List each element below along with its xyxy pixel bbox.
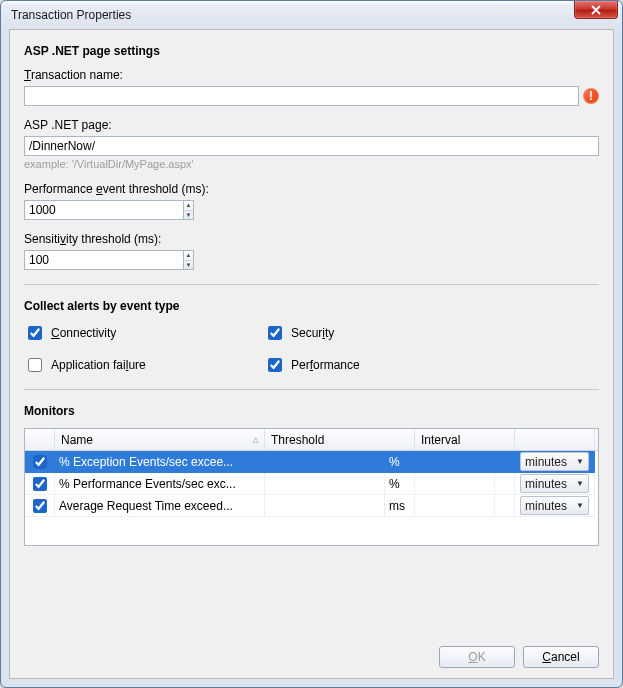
ok-button[interactable]: OK [439,646,515,668]
row-checkbox[interactable] [33,455,47,469]
divider [24,389,599,390]
close-button[interactable] [574,1,618,19]
monitors-header: Name△ Threshold Interval [25,429,598,451]
threshold-input[interactable] [265,499,385,513]
col-interval-unit[interactable] [515,429,595,450]
row-interval-unit-cell[interactable]: minutes▼ [515,495,595,517]
spin-buttons[interactable]: ▲▼ [184,250,194,270]
row-threshold[interactable]: ▲▼ [265,451,385,473]
spin-down-icon[interactable]: ▼ [184,261,193,270]
row-checkbox[interactable] [33,477,47,491]
window-title: Transaction Properties [11,8,131,22]
spacer [495,473,515,495]
row-check-cell[interactable] [25,473,55,495]
alert-checkbox-grid: Connectivity Security Application failur… [24,323,599,375]
spacer [495,495,515,517]
table-row[interactable]: % Exception Events/sec excee...▲▼%▲▼minu… [25,451,598,473]
section-settings-heading: ASP .NET page settings [24,44,599,58]
row-check-cell[interactable] [25,495,55,517]
connectivity-checkbox-input[interactable] [28,326,42,340]
row-name: % Performance Events/sec exc... [55,473,265,495]
close-icon [591,5,601,15]
interval-unit-select[interactable]: minutes▼ [520,474,589,493]
section-monitors-heading: Monitors [24,404,599,418]
chevron-down-icon: ▼ [576,457,584,466]
row-threshold-unit: % [385,473,415,495]
transaction-name-input[interactable] [24,86,579,106]
row-check-cell[interactable] [25,451,55,473]
monitors-table: Name△ Threshold Interval % Exception Eve… [24,428,599,546]
chevron-down-icon: ▼ [576,501,584,510]
row-interval[interactable]: ▲▼ [415,495,495,517]
row-interval[interactable]: ▲▼ [415,473,495,495]
client-area: ASP .NET page settings Transaction name:… [9,29,614,679]
divider [24,284,599,285]
interval-input[interactable] [415,455,495,469]
row-checkbox[interactable] [33,499,47,513]
row-interval-unit-cell[interactable]: minutes▼ [515,473,595,495]
security-checkbox[interactable]: Security [264,323,599,343]
interval-unit-select[interactable]: minutes▼ [520,452,589,471]
spacer [495,451,515,473]
section-alerts-heading: Collect alerts by event type [24,299,599,313]
spin-up-icon[interactable]: ▲ [184,201,193,211]
interval-unit-select[interactable]: minutes▼ [520,496,589,515]
perf-threshold-spinner[interactable]: ▲▼ [24,200,194,220]
spin-up-icon[interactable]: ▲ [184,251,193,261]
interval-input[interactable] [415,477,495,491]
col-interval[interactable]: Interval [415,429,515,450]
row-threshold[interactable]: ▲▼ [265,473,385,495]
spin-down-icon[interactable]: ▼ [184,211,193,220]
cancel-button[interactable]: Cancel [523,646,599,668]
col-threshold[interactable]: Threshold [265,429,415,450]
performance-checkbox-input[interactable] [268,358,282,372]
row-interval-unit-cell[interactable]: minutes▼ [515,451,595,473]
app-failure-checkbox[interactable]: Application failure [24,355,264,375]
performance-checkbox[interactable]: Performance [264,355,599,375]
row-name: % Exception Events/sec excee... [55,451,265,473]
sens-threshold-input[interactable] [24,250,184,270]
sens-threshold-spinner[interactable]: ▲▼ [24,250,194,270]
threshold-input[interactable] [265,455,385,469]
dialog-buttons: OK Cancel [24,636,599,668]
row-threshold[interactable]: ▲▼ [265,495,385,517]
table-row[interactable]: % Performance Events/sec exc...▲▼%▲▼minu… [25,473,598,495]
asp-page-input[interactable] [24,136,599,156]
table-row[interactable]: Average Request Time exceed...▲▼ms▲▼minu… [25,495,598,517]
security-checkbox-input[interactable] [268,326,282,340]
perf-threshold-input[interactable] [24,200,184,220]
col-check[interactable] [25,429,55,450]
sort-asc-icon: △ [253,436,258,444]
asp-page-label: ASP .NET page: [24,118,599,132]
row-name: Average Request Time exceed... [55,495,265,517]
connectivity-checkbox[interactable]: Connectivity [24,323,264,343]
spin-buttons[interactable]: ▲▼ [184,200,194,220]
row-interval[interactable]: ▲▼ [415,451,495,473]
row-threshold-unit: ms [385,495,415,517]
row-threshold-unit: % [385,451,415,473]
asp-page-hint: example: '/VirtualDir/MyPage.aspx' [24,158,599,170]
dialog-window: Transaction Properties ASP .NET page set… [0,0,623,688]
transaction-name-label: Transaction name: [24,68,599,82]
threshold-input[interactable] [265,477,385,491]
monitors-body: % Exception Events/sec excee...▲▼%▲▼minu… [25,451,598,517]
interval-input[interactable] [415,499,495,513]
titlebar: Transaction Properties [1,1,622,29]
app-failure-checkbox-input[interactable] [28,358,42,372]
chevron-down-icon: ▼ [576,479,584,488]
col-name[interactable]: Name△ [55,429,265,450]
sens-threshold-label: Sensitivity threshold (ms): [24,232,599,246]
perf-threshold-label: Performance event threshold (ms): [24,182,599,196]
error-icon: ! [583,88,599,104]
